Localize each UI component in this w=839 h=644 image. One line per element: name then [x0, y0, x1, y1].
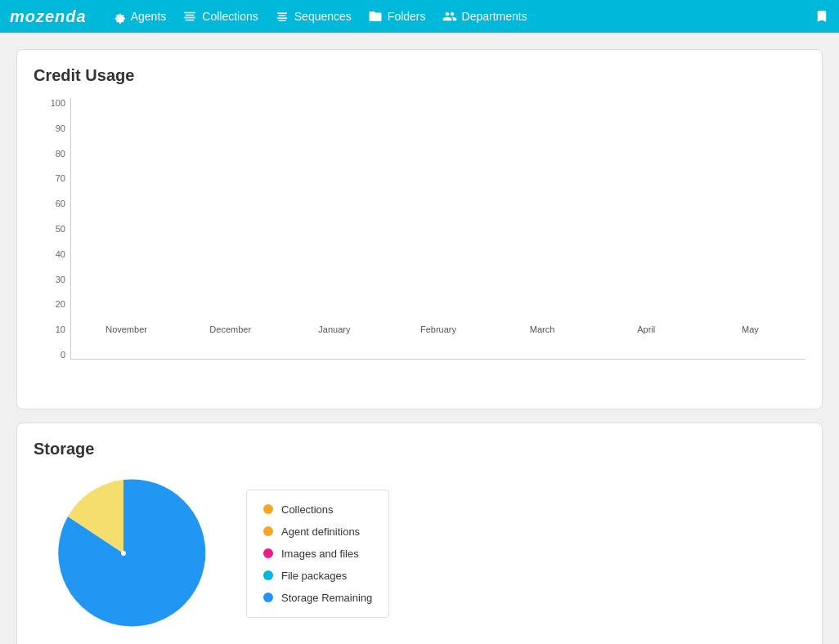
bars-container: NovemberDecemberJanuaryFebruaryMarchApri…: [71, 98, 805, 334]
legend-dot: [263, 593, 273, 602]
nav-agents[interactable]: Agents: [111, 9, 167, 24]
credit-usage-card: Credit Usage 0102030405060708090100 Nove…: [16, 49, 823, 409]
nav-sequences[interactable]: Sequences: [275, 9, 352, 24]
legend: CollectionsAgent definitionsImages and f…: [246, 490, 389, 618]
bar-group: January: [287, 320, 381, 334]
y-label: 80: [34, 149, 70, 159]
y-label: 30: [34, 275, 70, 284]
bookmark-icon: [814, 9, 829, 24]
legend-dot: [263, 526, 273, 536]
departments-icon: [442, 9, 457, 24]
bar-group: April: [599, 320, 693, 334]
y-label: 0: [34, 350, 70, 360]
legend-label: File packages: [281, 570, 347, 582]
y-label: 90: [34, 123, 70, 133]
bar-label: April: [637, 324, 655, 334]
nav-departments-label: Departments: [462, 10, 527, 23]
chart-area: NovemberDecemberJanuaryFebruaryMarchApri…: [70, 98, 805, 360]
legend-label: Collections: [281, 503, 334, 516]
bar-label: March: [530, 324, 555, 334]
bar-group: February: [391, 320, 485, 334]
folders-icon: [368, 9, 383, 24]
sequences-icon: [275, 9, 289, 24]
y-label: 10: [34, 324, 70, 334]
storage-title: Storage: [34, 440, 805, 458]
storage-card: Storage CollectionsAgent definitionsImag…: [16, 423, 823, 644]
legend-item: File packages: [263, 570, 372, 582]
y-label: 20: [34, 299, 70, 309]
legend-dot: [263, 548, 273, 558]
bar-label: May: [742, 324, 759, 334]
storage-content: CollectionsAgent definitionsImages and f…: [34, 472, 805, 635]
y-label: 60: [34, 199, 70, 208]
bar-label: January: [318, 324, 350, 334]
bar-group: December: [183, 320, 277, 334]
main-content: Credit Usage 0102030405060708090100 Nove…: [0, 33, 839, 644]
bar-group: March: [496, 320, 590, 334]
svg-point-0: [121, 551, 126, 556]
y-axis: 0102030405060708090100: [34, 98, 70, 360]
nav-folders[interactable]: Folders: [368, 9, 426, 24]
logo: mozenda: [10, 7, 87, 26]
nav-agents-label: Agents: [131, 10, 167, 23]
nav-sequences-label: Sequences: [294, 10, 352, 23]
collections-icon: [182, 9, 197, 24]
y-label: 40: [34, 249, 70, 259]
y-label: 50: [34, 224, 70, 234]
navbar: mozenda Agents Collections Sequences Fol…: [0, 0, 839, 33]
legend-item: Images and files: [263, 548, 372, 560]
credit-usage-title: Credit Usage: [34, 66, 805, 85]
nav-collections[interactable]: Collections: [182, 9, 258, 24]
legend-label: Agent definitions: [281, 525, 360, 538]
legend-label: Images and files: [281, 548, 359, 560]
y-label: 70: [34, 173, 70, 183]
pie-chart: [34, 472, 213, 635]
bar-group: November: [79, 320, 173, 334]
y-label: 100: [34, 98, 70, 108]
bar-group: May: [703, 320, 797, 334]
legend-item: Collections: [263, 503, 372, 516]
bar-label: December: [209, 324, 251, 334]
legend-dot: [263, 504, 273, 514]
legend-item: Agent definitions: [263, 525, 372, 538]
legend-dot: [263, 570, 273, 580]
pie-svg: [34, 472, 213, 635]
nav-folders-label: Folders: [388, 10, 426, 23]
legend-label: Storage Remaining: [281, 592, 372, 604]
nav-bookmark[interactable]: [814, 9, 829, 24]
bar-label: February: [420, 324, 456, 334]
gear-icon: [111, 9, 126, 24]
legend-item: Storage Remaining: [263, 592, 372, 604]
bar-chart: 0102030405060708090100 NovemberDecemberJ…: [34, 98, 805, 392]
nav-collections-label: Collections: [202, 10, 258, 23]
nav-departments[interactable]: Departments: [442, 9, 527, 24]
bar-label: November: [105, 324, 147, 334]
